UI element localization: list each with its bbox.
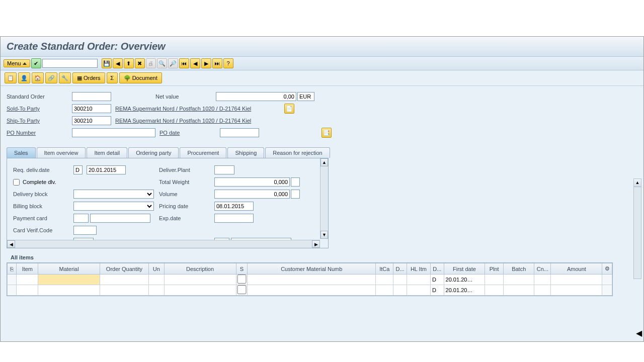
d1-cell[interactable] [393, 286, 407, 295]
scroll-up-icon[interactable]: ▲ [320, 158, 328, 166]
col-s[interactable]: S [236, 263, 247, 275]
row-selector[interactable] [8, 285, 17, 296]
next-page-button[interactable]: ▶ [201, 58, 211, 68]
display-button[interactable]: 📋 [5, 72, 17, 83]
find-button[interactable]: 🔍 [157, 58, 167, 68]
qty-cell[interactable] [100, 286, 148, 295]
print-button[interactable]: 🖨 [146, 58, 156, 68]
un-cell[interactable] [149, 275, 164, 284]
propose-button[interactable]: 🔗 [45, 72, 57, 83]
payment-card-type[interactable] [73, 214, 89, 223]
deliver-plant-input[interactable] [214, 165, 234, 174]
panel-vscroll[interactable]: ▲ ▼ [320, 158, 328, 239]
plnt-cell[interactable] [485, 275, 503, 284]
col-config[interactable]: ⚙ [602, 263, 612, 275]
item-button[interactable]: 🔧 [59, 72, 71, 83]
col-d1[interactable]: D... [393, 263, 407, 275]
table-row[interactable] [8, 285, 612, 296]
po-date-label[interactable]: PO date [159, 130, 220, 136]
panel-hscroll[interactable]: ◀ ▶ [7, 240, 320, 248]
firstdate-cell[interactable] [444, 286, 485, 295]
col-material[interactable]: Material [38, 263, 100, 275]
custmat-cell[interactable] [248, 286, 375, 295]
col-cust-mat[interactable]: Customer Material Numb [248, 263, 376, 275]
tab-shipping[interactable]: Shipping [227, 147, 264, 158]
card-verif-input[interactable] [73, 226, 97, 235]
command-field[interactable] [42, 59, 98, 68]
find-next-button[interactable]: 🔎 [168, 58, 178, 68]
orders-button[interactable]: ▦ Orders [72, 72, 105, 83]
itca-cell[interactable] [376, 286, 393, 295]
payment-card-number[interactable] [90, 214, 150, 223]
col-qty[interactable]: Order Quantity [100, 263, 148, 275]
menu-button[interactable]: Menu [4, 59, 30, 67]
col-hlitm[interactable]: HL Itm [407, 263, 430, 275]
select-all-col[interactable]: ⎘ [8, 263, 17, 275]
config-button[interactable]: Σ [107, 72, 118, 83]
req-deliv-date[interactable] [87, 165, 126, 174]
col-amount[interactable]: Amount [551, 263, 602, 275]
d2-cell[interactable] [431, 286, 444, 295]
last-page-button[interactable]: ⏭ [212, 58, 222, 68]
save-button[interactable]: 💾 [102, 58, 112, 68]
ship-to-label[interactable]: Ship-To Party [7, 118, 72, 124]
row-selector[interactable] [8, 275, 17, 285]
hlitm-cell[interactable] [407, 286, 430, 295]
material-cell[interactable] [38, 275, 100, 284]
partner-detail-button[interactable]: 📄 [284, 104, 294, 114]
tab-sales[interactable]: Sales [7, 147, 36, 158]
batch-cell[interactable] [504, 286, 534, 295]
col-d2[interactable]: D... [430, 263, 444, 275]
d1-cell[interactable] [393, 275, 407, 284]
col-item[interactable]: Item [17, 263, 38, 275]
tab-item-overview[interactable]: Item overview [37, 147, 86, 158]
ship-to-input[interactable] [72, 116, 111, 125]
un-cell[interactable] [149, 286, 164, 295]
scroll-left-icon[interactable]: ◀ [7, 240, 15, 248]
material-cell[interactable] [38, 286, 100, 295]
cancel-button[interactable]: ✖ [135, 58, 145, 68]
header-detail-button[interactable]: 📑 [321, 128, 332, 138]
tab-reason-rejection[interactable]: Reason for rejection [265, 147, 330, 158]
item-cell[interactable] [17, 275, 38, 284]
help-button[interactable]: ? [223, 58, 233, 68]
exp-date-input[interactable] [214, 214, 254, 223]
po-number-input[interactable] [72, 128, 155, 137]
cn-cell[interactable] [534, 275, 550, 284]
tab-procurement[interactable]: Procurement [180, 147, 226, 158]
sold-to-label[interactable]: Sold-To Party [7, 106, 72, 112]
amount-cell[interactable] [551, 286, 602, 295]
document-button[interactable]: 🌳 Document [119, 72, 162, 83]
col-cn[interactable]: Cn... [534, 263, 551, 275]
tab-item-detail[interactable]: Item detail [87, 147, 127, 158]
qty-cell[interactable] [100, 275, 148, 284]
table-row[interactable] [8, 275, 612, 285]
col-batch[interactable]: Batch [504, 263, 534, 275]
col-firstdate[interactable]: First date [444, 263, 485, 275]
amount-cell[interactable] [551, 275, 602, 284]
scroll-down-icon[interactable]: ▼ [320, 231, 328, 239]
batch-cell[interactable] [504, 275, 534, 284]
tab-ordering-party[interactable]: Ordering party [128, 147, 179, 158]
prev-page-button[interactable]: ◀ [190, 58, 200, 68]
desc-cell[interactable] [165, 286, 236, 295]
itca-cell[interactable] [376, 275, 393, 284]
plnt-cell[interactable] [485, 286, 503, 295]
firstdate-cell[interactable] [444, 275, 485, 284]
sold-to-input[interactable] [72, 104, 111, 113]
back-button[interactable]: ◀ [113, 58, 123, 68]
complete-dlv-checkbox[interactable] [13, 179, 20, 186]
display-doc-button[interactable]: 🏠 [32, 72, 44, 83]
item-cell[interactable] [17, 286, 38, 295]
hlitm-cell[interactable] [407, 275, 430, 284]
s-checkbox[interactable] [236, 275, 247, 284]
col-plnt[interactable]: Plnt [485, 263, 504, 275]
first-page-button[interactable]: ⏮ [179, 58, 189, 68]
standard-order-input[interactable] [72, 92, 111, 101]
s-checkbox[interactable] [236, 285, 247, 294]
header-button[interactable]: 👤 [18, 72, 30, 83]
main-vscroll[interactable]: ▲ [633, 178, 641, 279]
delivery-block-select[interactable] [73, 190, 154, 199]
po-number-label[interactable]: PO Number [7, 130, 72, 136]
custmat-cell[interactable] [248, 275, 375, 284]
